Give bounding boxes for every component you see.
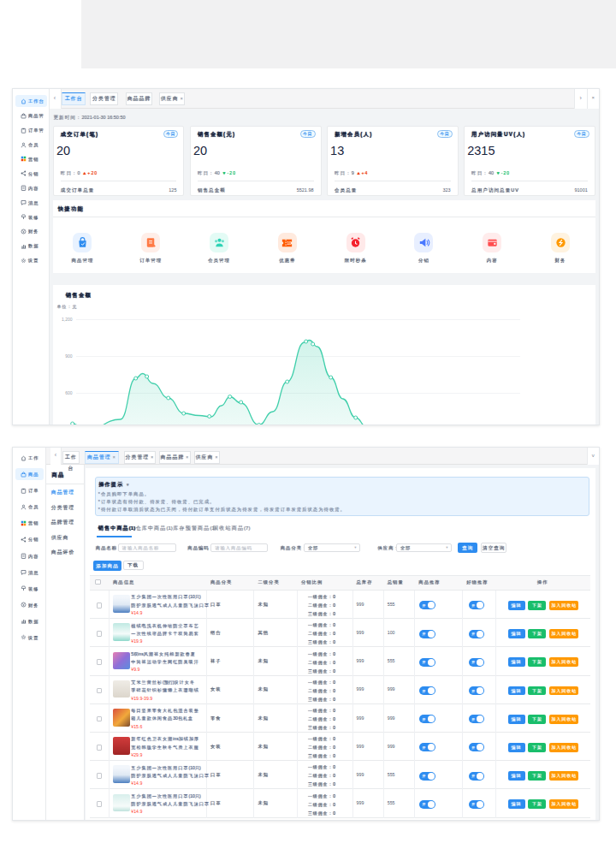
svg-text:10: 10 (287, 241, 293, 246)
